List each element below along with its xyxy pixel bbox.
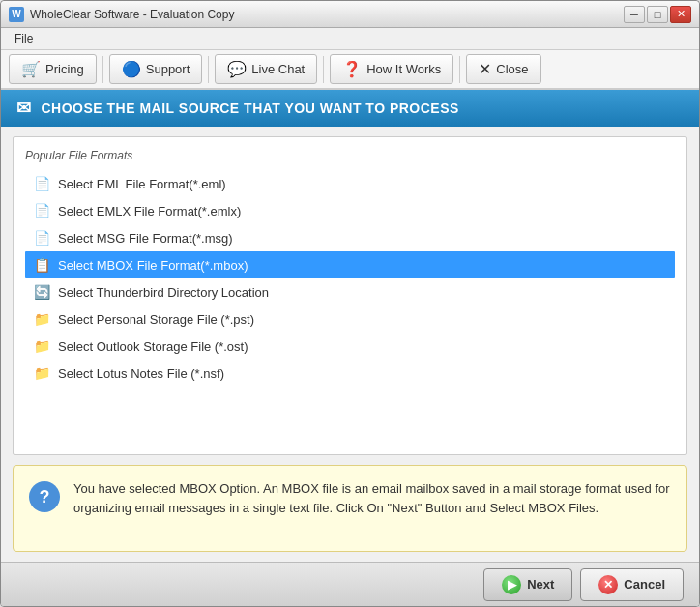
title-bar-controls: ─ □ ✕ — [624, 6, 691, 23]
toolbar-btn-pricing[interactable]: 🛒 Pricing — [9, 54, 97, 84]
msg-icon: 📄 — [33, 229, 50, 246]
menu-file[interactable]: File — [9, 30, 39, 47]
main-content: Popular File Formats 📄 Select EML File F… — [13, 136, 687, 455]
cancel-icon: ✕ — [598, 575, 618, 594]
info-box: ? You have selected MBOX Option. An MBOX… — [13, 465, 687, 552]
toolbar-sep-3 — [323, 56, 324, 83]
close-label: Close — [496, 62, 528, 76]
eml-icon: 📄 — [33, 175, 50, 192]
header-banner: ✉ CHOOSE THE MAIL SOURCE THAT YOU WANT T… — [1, 90, 699, 127]
list-item-msg[interactable]: 📄 Select MSG File Format(*.msg) — [25, 224, 675, 251]
next-icon: ▶ — [502, 575, 521, 594]
pricing-icon: 🛒 — [21, 60, 41, 78]
ost-label: Select Outlook Storage File (*.ost) — [58, 339, 248, 354]
nsf-label: Select Lotus Notes File (*.nsf) — [58, 366, 224, 381]
window-title: WholeClear Software - Evaluation Copy — [30, 8, 234, 21]
toolbar-sep-2 — [208, 56, 209, 83]
livechat-label: Live Chat — [251, 62, 305, 76]
toolbar-btn-close[interactable]: ✕ Close — [466, 54, 540, 84]
file-list: 📄 Select EML File Format(*.eml) 📄 Select… — [25, 170, 675, 387]
howitworks-icon: ❓ — [342, 60, 362, 78]
livechat-icon: 💬 — [227, 60, 247, 78]
pst-icon: 📁 — [33, 310, 50, 328]
pst-label: Select Personal Storage File (*.pst) — [58, 312, 254, 327]
thunderbird-icon: 🔄 — [33, 283, 50, 301]
info-icon: ? — [29, 481, 60, 512]
list-item-ost[interactable]: 📁 Select Outlook Storage File (*.ost) — [25, 332, 675, 360]
list-item-thunderbird[interactable]: 🔄 Select Thunderbird Directory Location — [25, 278, 675, 305]
ost-icon: 📁 — [33, 337, 50, 355]
nsf-icon: 📁 — [33, 364, 50, 382]
msg-label: Select MSG File Format(*.msg) — [58, 231, 233, 246]
list-item-mbox[interactable]: 📋 Select MBOX File Format(*.mbox) — [25, 251, 675, 278]
next-button[interactable]: ▶ Next — [483, 568, 572, 601]
emlx-label: Select EMLX File Format(*.emlx) — [58, 204, 241, 218]
eml-label: Select EML File Format(*.eml) — [58, 177, 226, 191]
pricing-label: Pricing — [45, 62, 84, 76]
toolbar-sep-4 — [459, 56, 460, 83]
info-text: You have selected MBOX Option. An MBOX f… — [73, 479, 671, 517]
main-window: W WholeClear Software - Evaluation Copy … — [0, 0, 700, 607]
app-icon: W — [9, 7, 24, 22]
next-label: Next — [527, 577, 554, 592]
minimize-button[interactable]: ─ — [624, 6, 645, 23]
title-bar-left: W WholeClear Software - Evaluation Copy — [9, 7, 234, 22]
support-icon: 🔵 — [122, 60, 141, 78]
toolbar-btn-howitworks[interactable]: ❓ How It Works — [330, 54, 453, 84]
toolbar-btn-support[interactable]: 🔵 Support — [109, 54, 203, 84]
list-item-eml[interactable]: 📄 Select EML File Format(*.eml) — [25, 170, 675, 197]
howitworks-label: How It Works — [366, 62, 441, 76]
cancel-button[interactable]: ✕ Cancel — [580, 568, 684, 601]
header-icon: ✉ — [16, 98, 32, 119]
header-title: CHOOSE THE MAIL SOURCE THAT YOU WANT TO … — [42, 101, 459, 116]
list-item-pst[interactable]: 📁 Select Personal Storage File (*.pst) — [25, 305, 675, 332]
support-label: Support — [146, 62, 190, 76]
toolbar: 🛒 Pricing 🔵 Support 💬 Live Chat ❓ How It… — [1, 50, 699, 90]
list-item-emlx[interactable]: 📄 Select EMLX File Format(*.emlx) — [25, 197, 675, 224]
close-icon: ✕ — [479, 60, 491, 78]
maximize-button[interactable]: □ — [647, 6, 668, 23]
section-title: Popular File Formats — [25, 149, 675, 162]
list-item-nsf[interactable]: 📁 Select Lotus Notes File (*.nsf) — [25, 360, 675, 387]
emlx-icon: 📄 — [33, 202, 50, 219]
cancel-label: Cancel — [624, 577, 665, 592]
toolbar-sep-1 — [102, 56, 103, 83]
mbox-label: Select MBOX File Format(*.mbox) — [58, 258, 248, 273]
mbox-icon: 📋 — [33, 256, 50, 274]
footer: ▶ Next ✕ Cancel — [1, 562, 699, 606]
thunderbird-label: Select Thunderbird Directory Location — [58, 285, 269, 300]
menu-bar: File — [1, 28, 699, 50]
title-bar: W WholeClear Software - Evaluation Copy … — [1, 1, 699, 28]
toolbar-btn-livechat[interactable]: 💬 Live Chat — [215, 54, 317, 84]
window-close-button[interactable]: ✕ — [670, 6, 691, 23]
